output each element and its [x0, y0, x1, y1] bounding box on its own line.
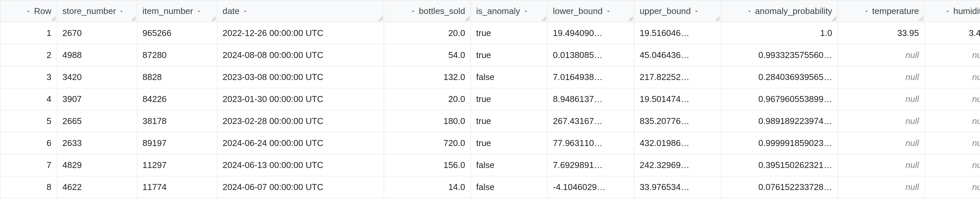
column-resize-handle[interactable] — [831, 15, 837, 22]
cell-anomaly_probability: 0.076152233728… — [721, 176, 838, 198]
cell-anomaly_probability: 0.967960553899… — [721, 88, 838, 110]
column-header-humidity[interactable]: humidity — [924, 0, 980, 22]
column-menu-icon[interactable] — [523, 8, 529, 14]
table-row: 62633891972024-06-24 00:00:00 UTC720.0tr… — [0, 132, 980, 154]
cell-is_anomaly: false — [471, 66, 547, 88]
column-menu-icon[interactable] — [694, 8, 699, 14]
svg-line-4 — [212, 17, 216, 21]
column-resize-handle[interactable] — [464, 15, 471, 22]
cell-anomaly_probability: 0.993323575560… — [721, 44, 838, 66]
cell-date: 2023-03-08 00:00:00 UTC — [217, 66, 384, 88]
cell-row: 4 — [0, 88, 57, 110]
table-row: 43907842262023-01-30 00:00:00 UTC20.0tru… — [0, 88, 980, 110]
cell-upper_bound: 835.20776… — [634, 110, 721, 132]
cell-item_number: 87280 — [137, 44, 217, 66]
column-resize-handle[interactable] — [627, 15, 634, 22]
cell-date: 2023-01-30 00:00:00 UTC — [217, 88, 384, 110]
column-header-upper_bound[interactable]: upper_bound — [634, 0, 721, 22]
column-header-item_number[interactable]: item_number — [137, 0, 217, 22]
cell-lower_bound: 7.0164938… — [547, 66, 634, 88]
cell-is_anomaly: false — [471, 176, 547, 198]
column-resize-handle[interactable] — [130, 15, 137, 22]
cell-lower_bound: 19.494090… — [547, 22, 634, 44]
cell-row: 8 — [0, 176, 57, 198]
column-menu-icon[interactable] — [864, 8, 870, 14]
svg-line-14 — [715, 17, 720, 21]
cell-upper_bound: 19.501474… — [634, 88, 721, 110]
column-menu-icon[interactable] — [118, 8, 124, 14]
cell-lower_bound: 0.0138085… — [547, 44, 634, 66]
cell-lower_bound: 8.9486137… — [547, 88, 634, 110]
cell-upper_bound: 432.01986… — [634, 132, 721, 154]
column-menu-icon[interactable] — [945, 8, 951, 14]
cell-upper_bound: 217.82252… — [634, 66, 721, 88]
table-body: 126709652662022-12-26 00:00:00 UTC20.0tr… — [0, 22, 980, 198]
cell-row: 6 — [0, 132, 57, 154]
svg-line-0 — [51, 17, 56, 21]
cell-store_number: 4988 — [57, 44, 137, 66]
cell-humidity: null — [924, 88, 980, 110]
table-row: 84622117742024-06-07 00:00:00 UTC14.0fal… — [0, 176, 980, 198]
svg-line-10 — [542, 17, 546, 21]
cell-lower_bound: 7.6929891… — [547, 154, 634, 176]
svg-line-16 — [832, 17, 837, 21]
column-header-label: lower_bound — [553, 6, 603, 16]
cell-date: 2024-06-13 00:00:00 UTC — [217, 154, 384, 176]
cell-item_number: 38178 — [137, 110, 217, 132]
cell-row: 5 — [0, 110, 57, 132]
cell-bottles_sold: 180.0 — [384, 110, 471, 132]
column-header-row[interactable]: Row — [0, 0, 57, 22]
column-header-label: humidity — [953, 6, 980, 16]
cell-lower_bound: -4.1046029… — [547, 176, 634, 198]
column-header-is_anomaly[interactable]: is_anomaly — [471, 0, 547, 22]
cell-bottles_sold: 720.0 — [384, 132, 471, 154]
cell-store_number: 2633 — [57, 132, 137, 154]
svg-line-8 — [465, 17, 469, 21]
column-menu-icon[interactable] — [25, 8, 31, 14]
cell-row: 1 — [0, 22, 57, 44]
cell-item_number: 965266 — [137, 22, 217, 44]
cell-temperature: null — [838, 176, 924, 198]
cell-anomaly_probability: 1.0 — [721, 22, 838, 44]
cell-lower_bound: 267.43167… — [547, 110, 634, 132]
cell-store_number: 2665 — [57, 110, 137, 132]
cell-date: 2024-08-08 00:00:00 UTC — [217, 44, 384, 66]
cell-humidity: null — [924, 132, 980, 154]
column-header-label: item_number — [143, 6, 193, 16]
cell-store_number: 3907 — [57, 88, 137, 110]
column-resize-handle[interactable] — [541, 15, 547, 22]
table-header: Rowstore_numberitem_numberdatebottles_so… — [0, 0, 980, 22]
column-menu-icon[interactable] — [196, 8, 202, 14]
cell-store_number: 4622 — [57, 176, 137, 198]
cell-temperature: null — [838, 88, 924, 110]
column-resize-handle[interactable] — [210, 15, 217, 22]
column-resize-handle[interactable] — [377, 15, 384, 22]
column-resize-handle[interactable] — [50, 15, 57, 22]
column-resize-handle[interactable] — [918, 15, 924, 22]
column-menu-icon[interactable] — [605, 8, 611, 14]
column-header-lower_bound[interactable]: lower_bound — [547, 0, 634, 22]
cell-humidity: null — [924, 154, 980, 176]
cell-date: 2023-02-28 00:00:00 UTC — [217, 110, 384, 132]
column-header-date[interactable]: date — [217, 0, 384, 22]
cell-is_anomaly: true — [471, 110, 547, 132]
column-resize-handle[interactable] — [714, 15, 721, 22]
cell-temperature: null — [838, 44, 924, 66]
cell-anomaly_probability: 0.284036939565… — [721, 66, 838, 88]
cell-lower_bound: 77.963110… — [547, 132, 634, 154]
column-menu-icon[interactable] — [410, 8, 416, 14]
column-menu-icon[interactable] — [746, 8, 752, 14]
cell-item_number: 8828 — [137, 66, 217, 88]
cell-temperature: null — [838, 154, 924, 176]
cell-store_number: 2670 — [57, 22, 137, 44]
cell-item_number: 89197 — [137, 132, 217, 154]
column-header-store_number[interactable]: store_number — [57, 0, 137, 22]
column-header-temperature[interactable]: temperature — [838, 0, 924, 22]
column-header-anomaly_probability[interactable]: anomaly_probability — [721, 0, 838, 22]
column-header-bottles_sold[interactable]: bottles_sold — [384, 0, 471, 22]
cell-is_anomaly: true — [471, 22, 547, 44]
cell-bottles_sold: 14.0 — [384, 176, 471, 198]
svg-line-6 — [379, 17, 383, 21]
cell-item_number: 11297 — [137, 154, 217, 176]
column-menu-icon[interactable] — [242, 8, 248, 14]
